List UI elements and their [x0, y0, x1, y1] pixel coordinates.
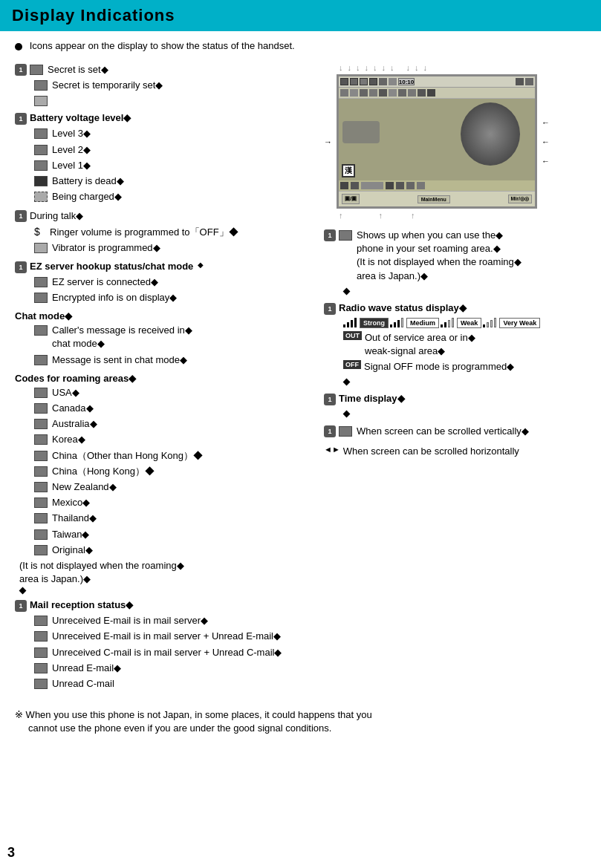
- taiwan-icon: [34, 529, 48, 540]
- phone-icon: [386, 182, 394, 189]
- signal-strong-label: Strong: [360, 318, 389, 328]
- list-item: Level 2◆: [34, 143, 312, 157]
- softkey-right: Mir/◎◎: [508, 195, 532, 203]
- battery-level3-icon: [34, 128, 48, 139]
- talk-section: 1 During talk◆ $ Ringer volume is progra…: [15, 209, 312, 255]
- signal-display: Strong Medium Weak: [343, 318, 586, 328]
- out-badge: OUT: [343, 331, 362, 340]
- badge-icon: 1: [15, 600, 27, 612]
- time-display-section: 1 Time display◆: [324, 393, 586, 419]
- battery-charging-icon: [34, 192, 48, 202]
- arrow-icon: ↓: [406, 63, 411, 72]
- arrow-icon: ←: [542, 157, 550, 166]
- phone-softkey-bar: 圖/圖 MainMenu Mir/◎◎: [339, 191, 535, 206]
- roaming-note-row: 1 Shows up when you can use the◆phone in…: [324, 229, 586, 283]
- arrow-icon: ↓: [373, 63, 377, 72]
- list-item: Thailand◆: [34, 512, 312, 525]
- list-item: Level 3◆: [34, 127, 312, 140]
- phone-with-side-arrows: → 10:10: [324, 74, 586, 209]
- arrow-icon: ↓: [423, 63, 428, 72]
- phone-display: 10:10: [337, 74, 537, 209]
- softkey-left: 圖/圖: [342, 194, 360, 204]
- battery-items: Level 3◆ Level 2◆ Level 1◆ Battery is de…: [34, 127, 312, 203]
- chat-section: Chat mode◆ Caller's message is received …: [15, 310, 312, 367]
- unread-email-icon: [34, 663, 48, 673]
- china-hk-other-icon: [34, 451, 48, 461]
- phone-icon: [361, 182, 383, 189]
- phone-icon: [340, 182, 348, 189]
- encrypted-icon: [34, 293, 48, 303]
- globe-image: [461, 102, 520, 166]
- phone-icon: [516, 78, 524, 85]
- roaming-diamond2: [343, 285, 586, 296]
- phone-icon: [379, 78, 387, 85]
- diamond-icon: [343, 379, 351, 386]
- roaming-diamond: [19, 588, 312, 593]
- phone-icons-left: 10:10: [340, 78, 415, 85]
- phone-icon: [340, 78, 348, 85]
- phone-icon: [427, 89, 435, 97]
- list-item: China（Hong Kong）◆: [34, 465, 312, 478]
- phone-icon: [417, 182, 425, 189]
- signal-very-weak-icon: [483, 318, 496, 327]
- list-item: Original◆: [34, 544, 312, 557]
- list-item: Battery is dead◆: [34, 174, 312, 188]
- scroll-v-row: 1 When screen can be scrolled vertically…: [324, 425, 586, 438]
- battery-dead-icon: [34, 176, 48, 186]
- phone-icon: [351, 182, 359, 189]
- time-diamond: [343, 408, 586, 419]
- badge-icon: 1: [15, 113, 27, 125]
- badge-icon: 1: [324, 303, 336, 315]
- kanji-indicator: 漢: [342, 164, 355, 177]
- list-item: New Zealand◆: [34, 480, 312, 494]
- secret-section: 1 Secret is set◆ Secret is temporarily s…: [15, 63, 312, 106]
- bottom-indicator-row: 漢: [342, 164, 355, 177]
- vibrator-icon: [34, 243, 48, 253]
- arrow-icon: →: [324, 137, 332, 146]
- list-item: Mexico◆: [34, 496, 312, 509]
- phone-icon: [350, 89, 358, 97]
- diamond-icon: [343, 411, 351, 418]
- battery-section: 1 Battery voltage level◆ Level 3◆ Level …: [15, 112, 312, 203]
- time-display: 10:10: [398, 78, 415, 85]
- list-item: [34, 94, 312, 106]
- intro-line: Icons appear on the display to show the …: [15, 40, 586, 51]
- page-header: Display Indications: [0, 0, 601, 31]
- australia-icon: [34, 419, 48, 429]
- list-item: Caller's message is received in◆chat mod…: [34, 324, 312, 350]
- list-item: Unreceived C-mail is in mail server + Un…: [34, 646, 312, 659]
- list-item: Unreceived E-mail is in mail server◆: [34, 614, 312, 627]
- chat-receive-icon: [34, 325, 48, 336]
- list-item: USA◆: [34, 386, 312, 399]
- arrow-icon: ↑: [339, 211, 343, 220]
- battery-level1-icon: [34, 160, 48, 171]
- arrow-icon: ↑: [411, 211, 415, 220]
- phone-icon: [350, 78, 358, 85]
- mail-items: Unreceived E-mail is in mail server◆ Unr…: [34, 614, 312, 691]
- mail-title-row: 1 Mail reception status◆: [15, 599, 312, 612]
- signal-strong-icon: [343, 318, 357, 327]
- phone-status-bar: 10:10: [339, 76, 535, 88]
- off-badge: OFF: [343, 360, 361, 369]
- diamond-icon: ◆: [198, 261, 204, 269]
- left-side-arrows: →: [324, 74, 332, 209]
- scroll-v-icon: [339, 426, 352, 437]
- roaming-phone-icon: [339, 230, 352, 241]
- scroll-h-arrow: ◄►: [324, 445, 340, 454]
- unreceived-email-icon: [34, 616, 48, 626]
- badge-icon: 1: [15, 64, 27, 76]
- list-item: Unread C-mail: [34, 677, 312, 691]
- footer-note: ※ When you use this phone is not Japan, …: [15, 708, 586, 735]
- badge-icon: 1: [324, 229, 336, 241]
- unread-cmail-icon: [34, 679, 48, 689]
- phone-icon: [379, 89, 387, 97]
- chat-send-icon: [34, 355, 48, 365]
- list-item: China（Other than Hong Kong）◆: [34, 449, 312, 463]
- phone-icon: [369, 89, 377, 97]
- list-item: 1 During talk◆: [15, 209, 312, 223]
- signal-weak-icon: [441, 318, 454, 327]
- signal-medium-icon: [390, 318, 403, 327]
- list-item: Taiwan◆: [34, 528, 312, 541]
- list-item: 1 Secret is set◆: [15, 63, 312, 76]
- radio-items: OUT Out of service area or in◆weak-signa…: [343, 331, 586, 374]
